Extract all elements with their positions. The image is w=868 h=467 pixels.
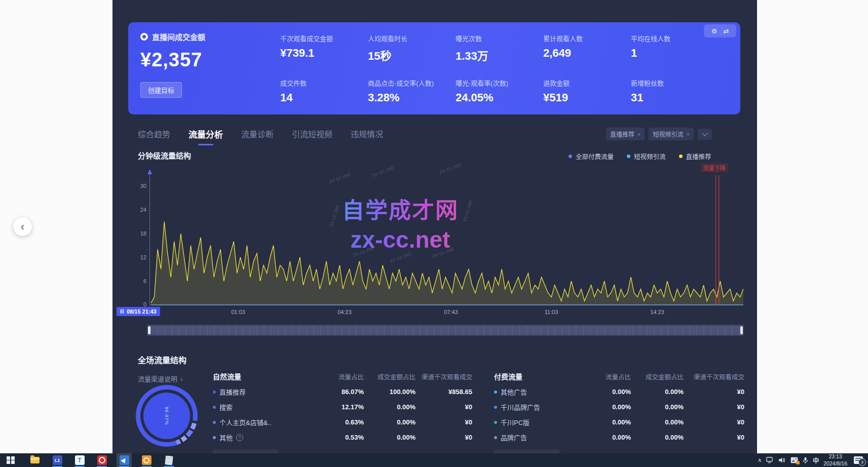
clock-time: 23:13 (829, 453, 842, 459)
metric-card: 千次观看成交金额¥739.1 (280, 33, 368, 63)
tab-traffic-diagnosis[interactable]: 流量诊断 (241, 128, 274, 145)
target-icon (140, 33, 148, 41)
folder-icon (30, 457, 40, 463)
legend-item-live-recommend[interactable]: 直播推荐 (679, 151, 711, 161)
row-dot (213, 391, 216, 394)
column-header: 成交金额占比 (631, 372, 684, 381)
grid-icon (120, 309, 124, 314)
create-goal-button[interactable]: 创建目标 (140, 82, 182, 98)
y-axis-tick: 24 (129, 207, 146, 213)
filter-chips: 直播推荐 × 短视频引流 × (606, 128, 712, 140)
table-row[interactable]: 搜索 (213, 402, 313, 412)
taskbar-app-l1[interactable]: L1 (50, 453, 65, 467)
taskbar: L1 T (0, 453, 868, 467)
ime-indicator[interactable]: 中 (813, 456, 819, 464)
paid-traffic-table: 付费流量 流量占比 成交金额占比 渠道千次观看成交 其他广告 0.00% 0.0… (494, 371, 744, 463)
datazoom-slider[interactable] (147, 325, 744, 336)
legend-dot (679, 154, 683, 158)
back-button[interactable]: ‹ (13, 217, 32, 236)
traffic-donut-chart[interactable]: 86.07% (136, 385, 198, 447)
table-row[interactable]: 千川PC版 (494, 417, 581, 427)
metrics-grid: 千次观看成交金额¥739.1 人均观看时长15秒 曝光次数1.33万 累计观看人… (280, 33, 719, 104)
notification-icon[interactable]: 3 (854, 456, 863, 464)
flow-chart-svg[interactable] (149, 167, 745, 307)
y-axis-tick: 6 (129, 278, 146, 284)
y-axis-tick: 30 (129, 183, 146, 189)
row-dot (213, 421, 216, 424)
x-axis-start-label[interactable]: 08/15 21:43 (117, 307, 160, 316)
filter-chip-short-video[interactable]: 短视频引流 × (649, 128, 693, 140)
cursor-app-icon (120, 455, 129, 465)
datazoom-track[interactable] (150, 326, 741, 335)
taskbar-app-o[interactable] (94, 453, 109, 467)
filter-chip-live-recommend[interactable]: 直播推荐 × (606, 128, 645, 140)
chip-close-icon[interactable]: × (637, 131, 640, 137)
metric-card: 成交件数14 (280, 78, 368, 104)
info-icon[interactable]: ? (236, 434, 243, 441)
chevron-down-icon[interactable] (698, 129, 712, 140)
clock[interactable]: 23:13 2024/8/16 (823, 453, 847, 466)
x-axis-tick: 11:03 (536, 309, 567, 315)
x-axis-tick: 14:23 (642, 309, 672, 315)
windows-logo-icon (7, 456, 15, 464)
primary-metric-label: 直播间成交金额 (152, 31, 205, 42)
t-app-icon: T (75, 455, 85, 465)
swap-icon[interactable]: ⇄ (723, 27, 729, 35)
row-dot (494, 391, 497, 394)
metric-card: 曝光次数1.33万 (456, 33, 543, 63)
row-dot (213, 436, 216, 439)
table-row[interactable]: 其他广告 (494, 387, 581, 397)
legend-item-short-video[interactable]: 短视频引流 (627, 151, 666, 161)
legend-item-paid[interactable]: 全部付费流量 (569, 151, 614, 161)
table-row[interactable]: 直播推荐 (213, 387, 313, 397)
table-row[interactable]: 其他? (213, 433, 313, 442)
legend-dot (569, 154, 572, 158)
table-header: 付费流量 (494, 371, 581, 381)
row-dot (494, 406, 497, 409)
tray-expand-icon[interactable]: ∧ (758, 457, 762, 463)
network-icon[interactable] (766, 457, 774, 463)
column-header: 渠道千次观看成交 (416, 372, 472, 381)
table-row[interactable]: 个人主页&店铺&.. (213, 417, 313, 427)
taskbar-app-t[interactable]: T (72, 453, 87, 467)
datazoom-handle-right[interactable] (740, 326, 743, 334)
badge (796, 461, 800, 464)
chip-close-icon[interactable]: × (686, 131, 689, 137)
primary-metric-value: ¥2,357 (140, 49, 267, 71)
taskbar-app-orange[interactable] (139, 453, 154, 467)
column-header: 成交金额占比 (364, 372, 416, 381)
table-header: 自然流量 (213, 371, 313, 381)
tab-short-video[interactable]: 引流短视频 (292, 128, 332, 145)
notepad-icon (165, 455, 173, 465)
tab-violations[interactable]: 违规情况 (351, 128, 383, 145)
table-row[interactable]: 千川品牌广告 (494, 402, 581, 412)
primary-metric: 直播间成交金额 ¥2,357 创建目标 (140, 31, 267, 98)
metric-card: 人均观看时长15秒 (368, 33, 456, 63)
ring-app-icon (97, 455, 107, 465)
taskbar-app-browser-active[interactable] (117, 453, 132, 467)
donut-center-label: 86.07% (164, 407, 169, 425)
metric-card: 平均在线人数1 (631, 33, 719, 63)
metric-card: 曝光-观看率(次数)24.05% (456, 78, 543, 104)
metric-card: 退款金额¥519 (543, 78, 631, 104)
table-row[interactable]: 品牌广告 (494, 433, 581, 442)
taskbar-file-explorer[interactable] (27, 453, 43, 467)
orange-app-icon (142, 455, 152, 465)
x-axis-tick: 01:03 (223, 309, 253, 315)
tab-traffic-analysis[interactable]: 流量分析 (188, 128, 223, 145)
image-tool-icon[interactable] (790, 457, 798, 463)
tab-bar: 综合趋势 流量分析 流量诊断 引流短视频 违规情况 (138, 128, 383, 145)
microphone-icon[interactable] (803, 457, 808, 464)
speaker-icon[interactable] (778, 457, 786, 463)
x-axis-tick: 07:43 (436, 309, 466, 315)
tab-overview-trend[interactable]: 综合趋势 (138, 128, 170, 145)
column-header: 流量占比 (581, 372, 631, 381)
taskbar-app-notepad[interactable] (161, 453, 176, 467)
donut-core: 86.07% (143, 393, 190, 439)
start-button[interactable] (3, 453, 18, 467)
channel-info-link[interactable]: 流量渠道说明 (138, 374, 182, 383)
datazoom-handle-left[interactable] (148, 326, 150, 334)
metric-card: 累计观看人数2,649 (543, 33, 631, 63)
column-header: 渠道千次观看成交 (684, 372, 744, 381)
metric-card: 商品点击-成交率(人数)3.28% (368, 78, 456, 104)
